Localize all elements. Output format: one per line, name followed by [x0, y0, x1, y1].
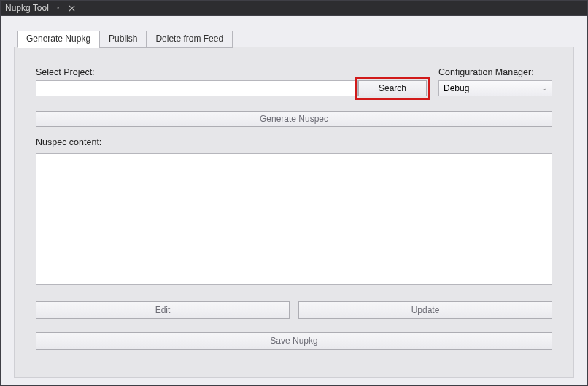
- nuspec-content-textarea[interactable]: [36, 153, 552, 285]
- save-nupkg-label: Save Nupkg: [270, 336, 317, 346]
- tab-label: Generate Nupkg: [26, 34, 90, 44]
- tab-label: Delete from Feed: [155, 34, 223, 44]
- pin-icon[interactable]: ▫: [55, 4, 62, 12]
- search-button-wrap: Search: [358, 80, 427, 96]
- window-titlebar: Nupkg Tool ▫: [0, 0, 588, 16]
- tab-generate-nupkg[interactable]: Generate Nupkg: [17, 31, 100, 48]
- generate-nuspec-label: Generate Nuspec: [260, 114, 328, 124]
- project-input-row: Search: [36, 80, 427, 96]
- generate-nuspec-button[interactable]: Generate Nuspec: [36, 111, 552, 127]
- project-column: Select Project: Search: [36, 67, 427, 96]
- nuspec-content-label: Nuspec content:: [36, 137, 552, 147]
- search-button[interactable]: Search: [358, 80, 427, 96]
- search-button-label: Search: [379, 83, 406, 93]
- window-title: Nupkg Tool: [5, 3, 49, 13]
- config-column: Configuration Manager: Debug ⌄: [438, 67, 552, 96]
- tab-publish[interactable]: Publish: [99, 31, 147, 48]
- edit-button[interactable]: Edit: [36, 301, 290, 319]
- project-path-input[interactable]: [36, 80, 358, 96]
- config-select-value: Debug: [444, 83, 469, 93]
- config-select[interactable]: Debug ⌄: [438, 80, 552, 96]
- generate-nuspec-row: Generate Nuspec: [36, 111, 552, 127]
- edit-button-label: Edit: [155, 305, 171, 315]
- client-area: Generate Nupkg Publish Delete from Feed …: [0, 16, 588, 386]
- config-manager-label: Configuration Manager:: [438, 67, 552, 77]
- save-nupkg-button[interactable]: Save Nupkg: [36, 332, 552, 350]
- update-button[interactable]: Update: [298, 301, 552, 319]
- tab-strip: Generate Nupkg Publish Delete from Feed: [17, 31, 574, 48]
- select-project-label: Select Project:: [36, 67, 427, 77]
- update-button-label: Update: [411, 305, 440, 315]
- tab-delete-from-feed[interactable]: Delete from Feed: [146, 31, 233, 48]
- nuspec-content-section: Nuspec content:: [36, 137, 552, 287]
- close-icon[interactable]: [68, 4, 77, 12]
- generate-panel: Select Project: Search Configuration Man…: [14, 47, 574, 378]
- edit-update-row: Edit Update: [36, 301, 552, 319]
- save-row: Save Nupkg: [36, 332, 552, 350]
- chevron-down-icon: ⌄: [541, 85, 547, 92]
- tab-label: Publish: [109, 34, 137, 44]
- project-config-row: Select Project: Search Configuration Man…: [36, 67, 552, 96]
